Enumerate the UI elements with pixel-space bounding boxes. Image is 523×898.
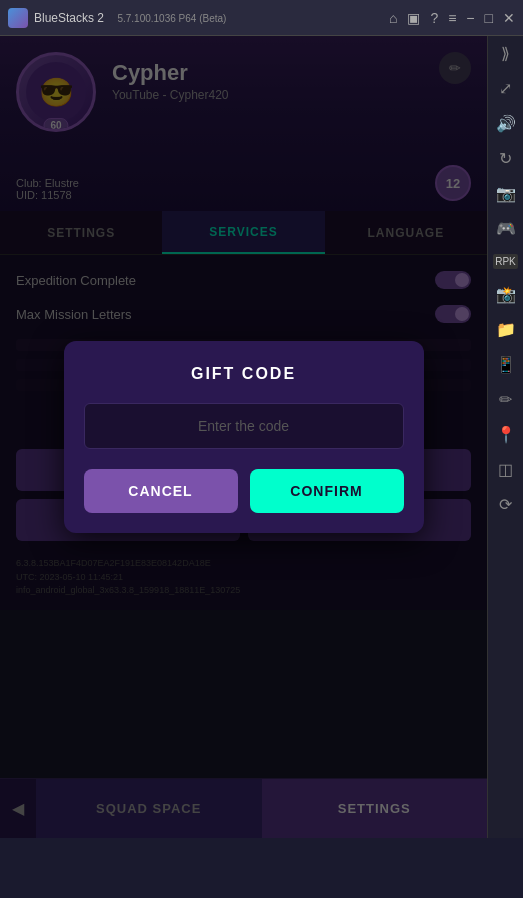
- modal-title: GIFT CODE: [84, 365, 404, 383]
- home-icon[interactable]: ⌂: [389, 10, 397, 26]
- rpk-icon[interactable]: RPK: [493, 254, 518, 269]
- menu-icon[interactable]: ≡: [448, 10, 456, 26]
- mobile-icon[interactable]: 📱: [496, 355, 516, 374]
- app-title: BlueStacks 2 5.7.100.1036 P64 (Beta): [34, 11, 389, 25]
- multiinstance-icon[interactable]: ▣: [407, 10, 420, 26]
- maximize-icon[interactable]: □: [485, 10, 493, 26]
- confirm-button[interactable]: CONFIRM: [250, 469, 404, 513]
- gamepad-icon[interactable]: 🎮: [496, 219, 516, 238]
- folder-icon[interactable]: 📁: [496, 320, 516, 339]
- help-icon[interactable]: ?: [430, 10, 438, 26]
- app-version-label: 5.7.100.1036 P64 (Beta): [117, 13, 226, 24]
- minimize-icon[interactable]: −: [466, 10, 474, 26]
- window-controls: ⌂ ▣ ? ≡ − □ ✕: [389, 10, 515, 26]
- location-icon[interactable]: 📍: [496, 425, 516, 444]
- main-content: 😎 60 Cypher YouTube - Cypher420 ✏ Club: …: [0, 36, 487, 838]
- layers-icon[interactable]: ◫: [498, 460, 513, 479]
- modal-buttons: CANCEL CONFIRM: [84, 469, 404, 513]
- app-logo: [8, 8, 28, 28]
- app-name-label: BlueStacks 2: [34, 11, 104, 25]
- rotation-icon[interactable]: ↻: [499, 149, 512, 168]
- volume-icon[interactable]: 🔊: [496, 114, 516, 133]
- brush-icon[interactable]: ✏: [499, 390, 512, 409]
- close-icon[interactable]: ✕: [503, 10, 515, 26]
- refresh-icon[interactable]: ⟳: [499, 495, 512, 514]
- expand-icon[interactable]: ⟫: [501, 44, 510, 63]
- code-input[interactable]: [84, 403, 404, 449]
- camera-icon[interactable]: 📸: [496, 285, 516, 304]
- fullscreen-icon[interactable]: ⤢: [499, 79, 512, 98]
- modal-overlay: GIFT CODE CANCEL CONFIRM: [0, 36, 487, 838]
- gift-code-modal: GIFT CODE CANCEL CONFIRM: [64, 341, 424, 533]
- cancel-button[interactable]: CANCEL: [84, 469, 238, 513]
- top-bar: BlueStacks 2 5.7.100.1036 P64 (Beta) ⌂ ▣…: [0, 0, 523, 36]
- right-sidebar: ⟫ ⤢ 🔊 ↻ 📷 🎮 RPK 📸 📁 📱 ✏ 📍 ◫ ⟳: [487, 36, 523, 838]
- video-icon[interactable]: 📷: [496, 184, 516, 203]
